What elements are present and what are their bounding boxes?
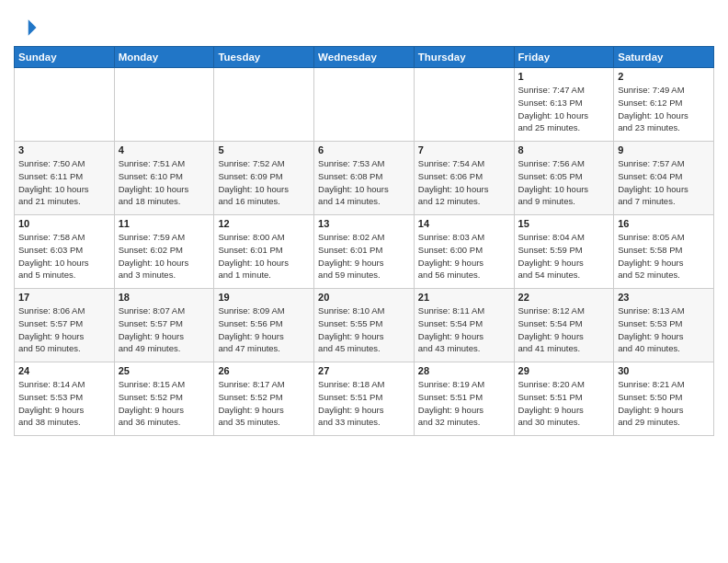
day-number: 27 bbox=[318, 365, 410, 376]
calendar-day-cell: 28Sunrise: 8:19 AM Sunset: 5:51 PM Dayli… bbox=[414, 362, 514, 436]
calendar-day-cell bbox=[414, 68, 514, 142]
day-number: 22 bbox=[518, 292, 610, 303]
day-number: 10 bbox=[18, 218, 110, 229]
weekday-header-cell: Monday bbox=[114, 47, 214, 68]
day-number: 11 bbox=[119, 218, 210, 229]
day-number: 13 bbox=[318, 218, 410, 229]
calendar-day-cell: 15Sunrise: 8:04 AM Sunset: 5:59 PM Dayli… bbox=[514, 215, 614, 289]
day-info: Sunrise: 8:05 AM Sunset: 5:58 PM Dayligh… bbox=[618, 231, 710, 282]
day-number: 2 bbox=[618, 71, 710, 82]
calendar-day-cell: 14Sunrise: 8:03 AM Sunset: 6:00 PM Dayli… bbox=[414, 215, 514, 289]
day-info: Sunrise: 7:57 AM Sunset: 6:04 PM Dayligh… bbox=[618, 157, 710, 208]
day-info: Sunrise: 8:00 AM Sunset: 6:01 PM Dayligh… bbox=[218, 231, 310, 282]
calendar-day-cell: 8Sunrise: 7:56 AM Sunset: 6:05 PM Daylig… bbox=[514, 142, 614, 215]
day-number: 24 bbox=[18, 365, 110, 376]
day-number: 30 bbox=[618, 365, 710, 376]
day-number: 14 bbox=[418, 218, 510, 229]
calendar-week-row: 1Sunrise: 7:47 AM Sunset: 6:13 PM Daylig… bbox=[15, 68, 714, 142]
day-info: Sunrise: 7:53 AM Sunset: 6:08 PM Dayligh… bbox=[318, 157, 410, 208]
calendar-week-row: 3Sunrise: 7:50 AM Sunset: 6:11 PM Daylig… bbox=[15, 142, 714, 215]
day-number: 26 bbox=[218, 365, 310, 376]
calendar-day-cell: 7Sunrise: 7:54 AM Sunset: 6:06 PM Daylig… bbox=[414, 142, 514, 215]
day-info: Sunrise: 7:59 AM Sunset: 6:02 PM Dayligh… bbox=[119, 231, 210, 282]
day-info: Sunrise: 7:56 AM Sunset: 6:05 PM Dayligh… bbox=[518, 157, 610, 208]
calendar-day-cell: 1Sunrise: 7:47 AM Sunset: 6:13 PM Daylig… bbox=[514, 68, 614, 142]
day-info: Sunrise: 8:07 AM Sunset: 5:57 PM Dayligh… bbox=[119, 304, 210, 355]
calendar-body: 1Sunrise: 7:47 AM Sunset: 6:13 PM Daylig… bbox=[15, 68, 714, 436]
calendar-day-cell: 2Sunrise: 7:49 AM Sunset: 6:12 PM Daylig… bbox=[614, 68, 714, 142]
calendar-day-cell: 25Sunrise: 8:15 AM Sunset: 5:52 PM Dayli… bbox=[114, 362, 214, 436]
calendar-day-cell: 6Sunrise: 7:53 AM Sunset: 6:08 PM Daylig… bbox=[314, 142, 415, 215]
day-info: Sunrise: 7:58 AM Sunset: 6:03 PM Dayligh… bbox=[18, 231, 110, 282]
calendar-day-cell: 24Sunrise: 8:14 AM Sunset: 5:53 PM Dayli… bbox=[15, 362, 115, 436]
day-number: 7 bbox=[418, 144, 510, 155]
day-number: 29 bbox=[518, 365, 610, 376]
day-info: Sunrise: 8:20 AM Sunset: 5:51 PM Dayligh… bbox=[518, 378, 610, 429]
day-info: Sunrise: 8:10 AM Sunset: 5:55 PM Dayligh… bbox=[318, 304, 410, 355]
calendar-day-cell bbox=[114, 68, 214, 142]
day-number: 8 bbox=[518, 144, 610, 155]
logo-icon bbox=[14, 15, 40, 40]
page-header bbox=[14, 9, 714, 40]
day-info: Sunrise: 8:21 AM Sunset: 5:50 PM Dayligh… bbox=[618, 378, 710, 429]
weekday-header-cell: Sunday bbox=[15, 47, 115, 68]
day-info: Sunrise: 7:49 AM Sunset: 6:12 PM Dayligh… bbox=[618, 84, 710, 134]
calendar-day-cell bbox=[15, 68, 115, 142]
day-number: 1 bbox=[518, 71, 610, 82]
weekday-header-cell: Friday bbox=[514, 47, 614, 68]
day-number: 15 bbox=[518, 218, 610, 229]
day-number: 6 bbox=[318, 144, 410, 155]
weekday-header-cell: Saturday bbox=[614, 47, 714, 68]
day-info: Sunrise: 8:04 AM Sunset: 5:59 PM Dayligh… bbox=[518, 231, 610, 282]
day-info: Sunrise: 8:09 AM Sunset: 5:56 PM Dayligh… bbox=[218, 304, 310, 355]
calendar-day-cell: 16Sunrise: 8:05 AM Sunset: 5:58 PM Dayli… bbox=[614, 215, 714, 289]
calendar-day-cell: 27Sunrise: 8:18 AM Sunset: 5:51 PM Dayli… bbox=[314, 362, 415, 436]
day-number: 9 bbox=[618, 144, 710, 155]
weekday-header-row: SundayMondayTuesdayWednesdayThursdayFrid… bbox=[15, 47, 714, 68]
day-info: Sunrise: 8:06 AM Sunset: 5:57 PM Dayligh… bbox=[18, 304, 110, 355]
weekday-header-cell: Wednesday bbox=[314, 47, 415, 68]
day-info: Sunrise: 8:11 AM Sunset: 5:54 PM Dayligh… bbox=[418, 304, 510, 355]
day-info: Sunrise: 8:02 AM Sunset: 6:01 PM Dayligh… bbox=[318, 231, 410, 282]
calendar-day-cell: 19Sunrise: 8:09 AM Sunset: 5:56 PM Dayli… bbox=[214, 289, 314, 362]
logo bbox=[14, 15, 43, 40]
calendar-day-cell bbox=[314, 68, 415, 142]
weekday-header-cell: Tuesday bbox=[214, 47, 314, 68]
day-number: 25 bbox=[119, 365, 210, 376]
calendar-day-cell: 18Sunrise: 8:07 AM Sunset: 5:57 PM Dayli… bbox=[114, 289, 214, 362]
day-info: Sunrise: 8:14 AM Sunset: 5:53 PM Dayligh… bbox=[18, 378, 110, 429]
calendar-day-cell: 23Sunrise: 8:13 AM Sunset: 5:53 PM Dayli… bbox=[614, 289, 714, 362]
day-info: Sunrise: 7:52 AM Sunset: 6:09 PM Dayligh… bbox=[218, 157, 310, 208]
day-number: 12 bbox=[218, 218, 310, 229]
day-number: 19 bbox=[218, 292, 310, 303]
day-info: Sunrise: 7:47 AM Sunset: 6:13 PM Dayligh… bbox=[518, 84, 610, 134]
calendar-day-cell: 17Sunrise: 8:06 AM Sunset: 5:57 PM Dayli… bbox=[15, 289, 115, 362]
day-info: Sunrise: 7:50 AM Sunset: 6:11 PM Dayligh… bbox=[18, 157, 110, 208]
day-info: Sunrise: 8:03 AM Sunset: 6:00 PM Dayligh… bbox=[418, 231, 510, 282]
calendar-week-row: 24Sunrise: 8:14 AM Sunset: 5:53 PM Dayli… bbox=[15, 362, 714, 436]
calendar-day-cell: 11Sunrise: 7:59 AM Sunset: 6:02 PM Dayli… bbox=[114, 215, 214, 289]
day-number: 16 bbox=[618, 218, 710, 229]
svg-marker-1 bbox=[28, 19, 37, 36]
calendar-table: SundayMondayTuesdayWednesdayThursdayFrid… bbox=[14, 46, 714, 436]
day-info: Sunrise: 7:51 AM Sunset: 6:10 PM Dayligh… bbox=[119, 157, 210, 208]
day-number: 5 bbox=[218, 144, 310, 155]
day-number: 23 bbox=[618, 292, 710, 303]
calendar-day-cell: 22Sunrise: 8:12 AM Sunset: 5:54 PM Dayli… bbox=[514, 289, 614, 362]
day-info: Sunrise: 8:13 AM Sunset: 5:53 PM Dayligh… bbox=[618, 304, 710, 355]
calendar-day-cell: 21Sunrise: 8:11 AM Sunset: 5:54 PM Dayli… bbox=[414, 289, 514, 362]
day-number: 4 bbox=[119, 144, 210, 155]
calendar-day-cell: 29Sunrise: 8:20 AM Sunset: 5:51 PM Dayli… bbox=[514, 362, 614, 436]
day-info: Sunrise: 7:54 AM Sunset: 6:06 PM Dayligh… bbox=[418, 157, 510, 208]
calendar-day-cell: 26Sunrise: 8:17 AM Sunset: 5:52 PM Dayli… bbox=[214, 362, 314, 436]
day-info: Sunrise: 8:17 AM Sunset: 5:52 PM Dayligh… bbox=[218, 378, 310, 429]
calendar-day-cell bbox=[214, 68, 314, 142]
calendar-day-cell: 3Sunrise: 7:50 AM Sunset: 6:11 PM Daylig… bbox=[15, 142, 115, 215]
day-info: Sunrise: 8:18 AM Sunset: 5:51 PM Dayligh… bbox=[318, 378, 410, 429]
calendar-day-cell: 30Sunrise: 8:21 AM Sunset: 5:50 PM Dayli… bbox=[614, 362, 714, 436]
calendar-day-cell: 20Sunrise: 8:10 AM Sunset: 5:55 PM Dayli… bbox=[314, 289, 415, 362]
day-info: Sunrise: 8:15 AM Sunset: 5:52 PM Dayligh… bbox=[119, 378, 210, 429]
day-number: 20 bbox=[318, 292, 410, 303]
calendar-day-cell: 9Sunrise: 7:57 AM Sunset: 6:04 PM Daylig… bbox=[614, 142, 714, 215]
calendar-day-cell: 12Sunrise: 8:00 AM Sunset: 6:01 PM Dayli… bbox=[214, 215, 314, 289]
